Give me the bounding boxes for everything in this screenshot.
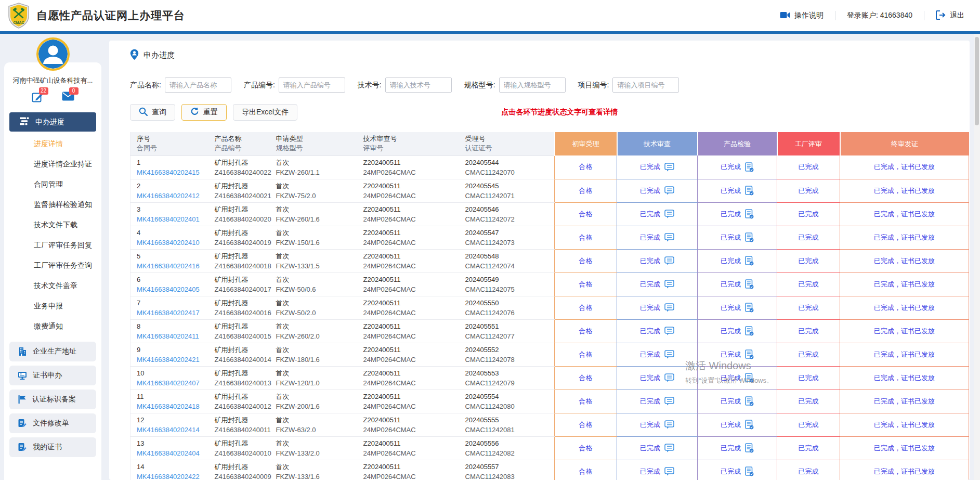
contract-link[interactable]: MK41663840202416	[137, 261, 208, 271]
doc-check-icon[interactable]	[745, 326, 754, 336]
sidebar-item-企业生产地址[interactable]: 企业生产地址	[9, 342, 96, 361]
edit-messages-button[interactable]: 22	[32, 92, 43, 105]
sidebar-item-技术文件下载[interactable]: 技术文件下载	[4, 215, 101, 235]
doc-check-icon[interactable]	[745, 162, 754, 172]
doc-check-icon[interactable]	[745, 443, 754, 453]
status-link-技术审查[interactable]: 已完成	[640, 420, 660, 430]
sidebar-item-业务申报[interactable]: 业务申报	[4, 296, 101, 316]
status-link-技术审查[interactable]: 已完成	[640, 233, 660, 242]
contract-link[interactable]: MK41663840202415	[137, 167, 208, 177]
status-link-技术审查[interactable]: 已完成	[640, 162, 660, 172]
status-link-终审发证[interactable]: 已完成，证书已发放	[874, 327, 935, 336]
status-link-产品检验[interactable]: 已完成	[721, 256, 741, 266]
comment-icon[interactable]	[664, 350, 674, 359]
sidebar-item-合同管理[interactable]: 合同管理	[4, 174, 101, 194]
sidebar-item-证书申办[interactable]: 证书申办	[9, 366, 96, 385]
sidebar-item-文件修改单[interactable]: 文件修改单	[9, 413, 96, 433]
status-link-初审受理[interactable]: 合格	[579, 444, 593, 453]
status-link-工厂评审[interactable]: 已完成	[799, 186, 819, 196]
doc-check-icon[interactable]	[745, 349, 754, 359]
contract-link[interactable]: MK41663840202407	[137, 378, 208, 388]
filter-input-技术号[interactable]	[385, 77, 452, 93]
status-link-产品检验[interactable]: 已完成	[721, 467, 741, 476]
status-link-初审受理[interactable]: 合格	[579, 467, 593, 476]
status-link-终审发证[interactable]: 已完成，证书已发放	[874, 350, 935, 359]
status-link-产品检验[interactable]: 已完成	[721, 420, 741, 430]
status-link-初审受理[interactable]: 合格	[579, 210, 593, 219]
status-link-产品检验[interactable]: 已完成	[721, 303, 741, 313]
status-link-技术审查[interactable]: 已完成	[640, 350, 660, 359]
sidebar-item-application-progress[interactable]: 申办进度	[9, 112, 96, 132]
status-link-工厂评审[interactable]: 已完成	[799, 444, 819, 453]
status-link-工厂评审[interactable]: 已完成	[799, 327, 819, 336]
export-excel-button[interactable]: 导出Excel文件	[233, 104, 297, 121]
doc-check-icon[interactable]	[745, 466, 754, 476]
status-link-工厂评审[interactable]: 已完成	[799, 467, 819, 476]
comment-icon[interactable]	[664, 397, 674, 406]
sidebar-item-我的证书[interactable]: 我的证书	[9, 437, 96, 457]
status-link-产品检验[interactable]: 已完成	[721, 186, 741, 196]
status-link-终审发证[interactable]: 已完成，证书已发放	[874, 280, 935, 289]
comment-icon[interactable]	[664, 256, 674, 265]
status-link-初审受理[interactable]: 合格	[579, 280, 593, 289]
comment-icon[interactable]	[664, 467, 674, 476]
comment-icon[interactable]	[664, 373, 674, 382]
contract-link[interactable]: MK41663840202418	[137, 401, 208, 411]
status-link-初审受理[interactable]: 合格	[579, 350, 593, 359]
filter-input-产品名称[interactable]	[165, 77, 231, 93]
doc-check-icon[interactable]	[745, 373, 754, 383]
filter-input-项目编号[interactable]	[612, 77, 679, 93]
status-link-技术审查[interactable]: 已完成	[640, 327, 660, 336]
doc-check-icon[interactable]	[745, 420, 754, 430]
status-link-技术审查[interactable]: 已完成	[640, 373, 660, 383]
status-link-技术审查[interactable]: 已完成	[640, 303, 660, 313]
status-link-技术审查[interactable]: 已完成	[640, 186, 660, 196]
vertical-scrollbar[interactable]	[974, 34, 980, 480]
status-link-产品检验[interactable]: 已完成	[721, 162, 741, 172]
comment-icon[interactable]	[664, 280, 674, 289]
status-link-工厂评审[interactable]: 已完成	[799, 162, 819, 172]
status-link-技术审查[interactable]: 已完成	[640, 467, 660, 476]
status-link-终审发证[interactable]: 已完成，证书已发放	[874, 210, 935, 219]
status-link-初审受理[interactable]: 合格	[579, 303, 593, 313]
status-link-产品检验[interactable]: 已完成	[721, 444, 741, 453]
status-link-工厂评审[interactable]: 已完成	[799, 350, 819, 359]
status-link-初审受理[interactable]: 合格	[579, 233, 593, 242]
status-link-终审发证[interactable]: 已完成，证书已发放	[874, 467, 935, 476]
sidebar-item-进度详情企业持证[interactable]: 进度详情企业持证	[4, 154, 101, 174]
filter-input-规格型号[interactable]	[499, 77, 566, 93]
status-link-技术审查[interactable]: 已完成	[640, 256, 660, 266]
sidebar-item-缴费通知[interactable]: 缴费通知	[4, 316, 101, 336]
comment-icon[interactable]	[664, 327, 674, 335]
status-link-初审受理[interactable]: 合格	[579, 397, 593, 406]
status-link-技术审查[interactable]: 已完成	[640, 280, 660, 289]
comment-icon[interactable]	[664, 444, 674, 452]
doc-check-icon[interactable]	[745, 232, 754, 242]
comment-icon[interactable]	[664, 210, 674, 218]
status-link-产品检验[interactable]: 已完成	[721, 233, 741, 242]
query-button[interactable]: 查询	[130, 104, 175, 121]
contract-link[interactable]: MK41663840202411	[137, 331, 208, 341]
status-link-工厂评审[interactable]: 已完成	[799, 303, 819, 313]
contract-link[interactable]: MK41663840202404	[137, 448, 208, 458]
status-link-工厂评审[interactable]: 已完成	[799, 397, 819, 406]
status-link-工厂评审[interactable]: 已完成	[799, 233, 819, 242]
status-link-工厂评审[interactable]: 已完成	[799, 420, 819, 430]
doc-check-icon[interactable]	[745, 303, 754, 313]
status-link-产品检验[interactable]: 已完成	[721, 373, 741, 383]
doc-check-icon[interactable]	[745, 396, 754, 406]
contract-link[interactable]: MK41663840202414	[137, 425, 208, 435]
contract-link[interactable]: MK41663840202410	[137, 238, 208, 248]
status-link-终审发证[interactable]: 已完成，证书已发放	[874, 444, 935, 453]
status-link-初审受理[interactable]: 合格	[579, 373, 593, 383]
sidebar-item-认证标识备案[interactable]: 认证标识备案	[9, 390, 96, 409]
status-link-工厂评审[interactable]: 已完成	[799, 256, 819, 266]
status-link-终审发证[interactable]: 已完成，证书已发放	[874, 397, 935, 406]
status-link-产品检验[interactable]: 已完成	[721, 350, 741, 359]
sidebar-item-技术文件盖章[interactable]: 技术文件盖章	[4, 276, 101, 296]
contract-link[interactable]: MK41663840202412	[137, 191, 208, 201]
contract-link[interactable]: MK41663840202417	[137, 308, 208, 318]
comment-icon[interactable]	[664, 303, 674, 312]
doc-check-icon[interactable]	[745, 186, 754, 196]
comment-icon[interactable]	[664, 163, 674, 172]
